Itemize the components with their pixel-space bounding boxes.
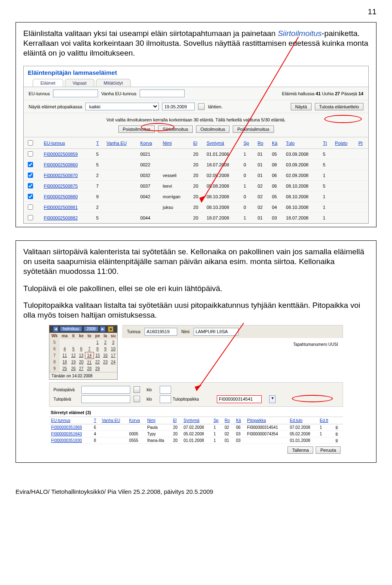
cal-day[interactable]: 3 [109, 339, 117, 346]
klo-input-2[interactable] [160, 395, 171, 403]
cal-day[interactable]: 9 [102, 346, 109, 352]
eu-link[interactable]: FI000002500875 [44, 184, 78, 188]
cal-day[interactable]: 5 [69, 346, 77, 352]
eu-link[interactable]: FI000002500882 [44, 215, 78, 220]
cal-day[interactable] [109, 365, 117, 372]
cal-day[interactable]: 24 [109, 359, 117, 365]
tab-mitätöidyt[interactable]: Mitätöidyt [96, 79, 131, 87]
cal-day[interactable] [60, 339, 69, 346]
cal-day[interactable] [69, 339, 77, 346]
col-header[interactable]: T [92, 417, 100, 424]
eu-link[interactable]: FI000002500870 [44, 173, 78, 178]
dropdown-icon[interactable]: ▾ [269, 395, 276, 403]
poisto-input[interactable] [81, 386, 130, 394]
col-header[interactable]: Vanha EU [100, 417, 127, 424]
col-header[interactable]: Nimi [160, 137, 191, 149]
cal-close-icon[interactable]: × [108, 326, 114, 332]
eu-link[interactable]: FI000000351843 [51, 432, 82, 436]
cal-day[interactable]: 19 [69, 359, 77, 365]
cal-day[interactable]: 28 [85, 365, 94, 372]
trash-icon[interactable]: 🗑 [335, 425, 339, 430]
row-checkbox[interactable] [28, 194, 33, 199]
eu-link[interactable]: FI000002500880 [44, 194, 78, 199]
cal-month[interactable]: helmikuu [60, 326, 82, 332]
col-header[interactable]: EU-tunnus [49, 417, 92, 424]
row-checkbox[interactable] [28, 151, 33, 157]
cal-day[interactable]: 23 [102, 359, 109, 365]
col-header[interactable]: Korva [127, 417, 145, 424]
date-input[interactable] [162, 103, 195, 110]
calendar-widget[interactable]: ◄ helmikuu 2008 ► × Wkmatiketopelasu 512… [49, 325, 118, 380]
col-header[interactable]: Kä [270, 137, 283, 149]
calendar-icon[interactable] [134, 396, 140, 402]
cal-day[interactable]: 16 [102, 352, 109, 359]
row-checkbox[interactable] [28, 204, 33, 210]
row-checkbox[interactable] [28, 173, 33, 178]
poikimisilmoitus-button[interactable]: Poikimisilmoitus [233, 126, 274, 133]
eu-link[interactable]: FI000002500860 [44, 162, 78, 167]
cal-day[interactable]: 15 [94, 352, 102, 359]
cal-day[interactable]: 6 [77, 346, 85, 352]
col-header[interactable]: El [191, 137, 204, 149]
calendar-grid[interactable]: Wkmatiketopelasu 51236456789107111213141… [49, 333, 117, 372]
cal-day[interactable]: 2 [102, 339, 109, 346]
print-button[interactable]: Tulosta eläinluettelo [315, 103, 363, 110]
cal-day[interactable]: 12 [69, 352, 77, 359]
ostoilmoitus-button[interactable]: Ostoilmoitus [196, 126, 230, 133]
col-header[interactable]: Syntymä [204, 137, 241, 149]
klo-input-1[interactable] [160, 386, 171, 394]
col-header[interactable]: Kä [234, 417, 245, 424]
col-header[interactable]: Korva [138, 137, 160, 149]
cal-day[interactable]: 17 [109, 352, 117, 359]
cal-day[interactable] [102, 365, 109, 372]
col-header[interactable]: Sp [241, 137, 255, 149]
tulo-input[interactable] [81, 395, 130, 403]
trash-icon[interactable]: 🗑 [335, 438, 339, 443]
row-checkbox[interactable] [28, 215, 33, 220]
col-header[interactable]: Pitopaikka [245, 417, 288, 424]
cal-day[interactable]: 22 [94, 359, 102, 365]
col-header[interactable]: EU-tunnus [41, 137, 94, 149]
col-header[interactable]: T [94, 137, 104, 149]
peruuta-button[interactable]: Peruuta [316, 446, 341, 454]
tab-eläimet[interactable]: Eläimet [33, 79, 63, 87]
row-checkbox[interactable] [28, 183, 33, 188]
select-all-checkbox[interactable] [28, 140, 33, 146]
col-header[interactable]: Nimi [145, 417, 171, 424]
col-header[interactable]: Ed.tt [318, 417, 333, 424]
old-eu-input[interactable] [140, 90, 185, 97]
cal-day[interactable]: 13 [77, 352, 85, 359]
tunnus-input[interactable] [145, 328, 177, 336]
col-header[interactable]: Syntymä [181, 417, 211, 424]
calendar-icon[interactable] [134, 386, 140, 393]
row-checkbox[interactable] [28, 162, 33, 167]
col-header[interactable]: Tt [321, 137, 332, 149]
nimi-input[interactable] [194, 328, 238, 336]
cal-prev-icon[interactable]: ◄ [53, 326, 58, 332]
cal-day[interactable]: 20 [77, 359, 85, 365]
tulopitopaikka-input[interactable] [217, 395, 262, 403]
col-header[interactable]: Poisto [332, 137, 356, 149]
cal-day[interactable]: 4 [60, 346, 69, 352]
pitopaikka-select[interactable]: kaikki [85, 103, 159, 110]
col-header[interactable]: Ed.tulo [288, 417, 318, 424]
col-header[interactable]: Ro [255, 137, 270, 149]
col-header[interactable]: Vanha EU [104, 137, 138, 149]
col-header[interactable]: Tulo [283, 137, 320, 149]
cal-day[interactable]: 7 [85, 346, 94, 352]
col-header[interactable]: Ro [223, 417, 234, 424]
eu-link[interactable]: FI000000351830 [51, 438, 82, 443]
cal-day[interactable]: 25 [60, 365, 69, 372]
eu-link[interactable]: FI000000351869 [51, 425, 82, 430]
cal-day[interactable]: 27 [77, 365, 85, 372]
col-header[interactable]: El [171, 417, 182, 424]
show-button[interactable]: Näytä [291, 103, 312, 110]
cal-day[interactable]: 8 [94, 346, 102, 352]
eu-link[interactable]: FI000002500881 [44, 205, 78, 210]
cal-day[interactable]: 14 [85, 352, 94, 359]
cal-day[interactable]: 29 [94, 365, 102, 372]
eu-input[interactable] [53, 90, 98, 97]
col-header[interactable]: Pt [356, 137, 368, 149]
calendar-icon[interactable] [198, 103, 205, 110]
cal-day[interactable]: 21 [85, 359, 94, 365]
